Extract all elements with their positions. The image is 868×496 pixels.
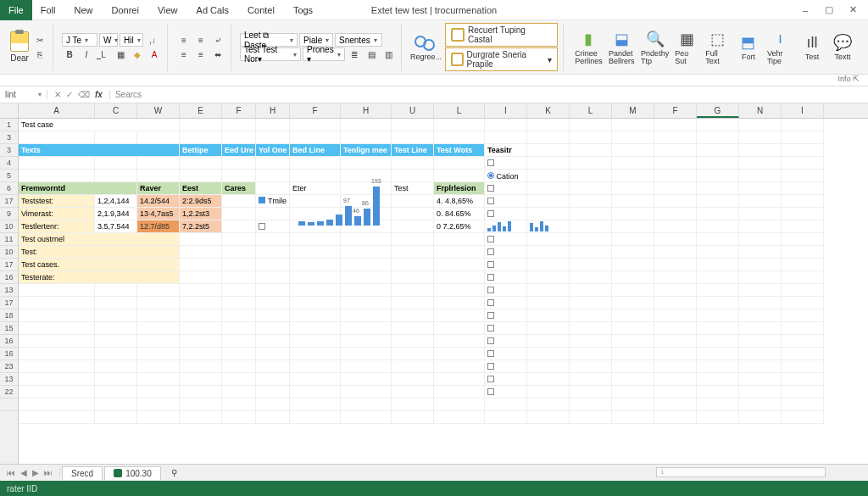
row-17[interactable]: 16 <box>0 335 18 348</box>
cut-icon[interactable]: ✂ <box>32 33 47 47</box>
row-3[interactable]: 4 <box>0 157 18 170</box>
row-4[interactable]: 5 <box>0 170 18 182</box>
paste-button[interactable]: Dear <box>10 31 29 63</box>
fmt1-icon[interactable]: ≣ <box>347 47 362 61</box>
font-style-combo[interactable]: W <box>99 33 118 47</box>
fmt3-icon[interactable]: ▥ <box>381 47 396 61</box>
copy-icon[interactable]: ⎘ <box>32 47 47 61</box>
nav-last-icon[interactable]: ⏭ <box>42 468 54 477</box>
select-all-corner[interactable] <box>0 103 19 119</box>
row-5[interactable]: 6 <box>0 182 18 195</box>
nav-next-icon[interactable]: ▶ <box>31 468 41 477</box>
testnor-combo[interactable]: Test Test Nor▾ <box>240 47 301 61</box>
sheet-tab-2[interactable]: 100.30 <box>104 466 161 480</box>
back-icon[interactable]: ⌫ <box>78 90 90 99</box>
tab-new[interactable]: New <box>65 2 101 19</box>
nav-first-icon[interactable]: ⏮ <box>5 468 17 477</box>
col-F[interactable]: F <box>654 103 697 118</box>
row-13[interactable]: 13 <box>0 284 18 297</box>
tab-foll[interactable]: Foll <box>32 2 64 19</box>
col-W[interactable]: W <box>137 103 180 118</box>
durgrate-button[interactable]: Durgrate Sneria Prapile ▾ <box>445 47 558 71</box>
tab-adcals[interactable]: Ad Cals <box>188 2 238 19</box>
col-E[interactable]: E <box>180 103 222 118</box>
align-top-icon[interactable]: ≡ <box>176 33 192 47</box>
nav-prev-icon[interactable]: ◀ <box>19 468 29 477</box>
underline-icon[interactable]: ̲L <box>96 47 111 61</box>
merge-icon[interactable]: ⬌ <box>210 47 225 61</box>
ribbon-tool-0[interactable]: ▮Crinee Perlines <box>572 28 605 67</box>
snentes-combo[interactable]: Snentes <box>335 33 382 47</box>
row-7[interactable]: 9 <box>0 208 18 220</box>
ribbon-tool-8[interactable]: 💬Textt <box>827 28 858 67</box>
fontcolor-icon[interactable]: A <box>147 47 162 61</box>
tab-view[interactable]: View <box>149 2 186 19</box>
prones-combo[interactable]: Prones ▾ <box>303 47 345 61</box>
maximize-button[interactable]: ▢ <box>819 3 839 18</box>
name-box[interactable]: lint▾ <box>0 90 47 99</box>
align-mid-icon[interactable]: ≡ <box>193 33 209 47</box>
info-link[interactable]: Info ⇱ <box>837 75 860 83</box>
col-I[interactable]: I <box>782 103 824 118</box>
fx-icon[interactable]: fx <box>95 90 103 99</box>
row-15[interactable]: 18 <box>0 309 18 322</box>
row-21[interactable]: 22 <box>0 386 18 398</box>
recuert-button[interactable]: Recuert Tuping Castal <box>445 23 558 47</box>
col-I[interactable]: I <box>485 103 527 118</box>
row-6[interactable]: 17 <box>0 195 18 208</box>
ribbon-tool-6[interactable]: ıVehr Tipe <box>764 28 797 67</box>
decrease-icon[interactable]: ,↓ <box>145 33 160 47</box>
bold-icon[interactable]: B <box>62 47 77 61</box>
wrap-icon[interactable]: ⤶ <box>210 33 225 47</box>
col-A[interactable]: A <box>19 103 95 118</box>
col-M[interactable]: M <box>612 103 654 118</box>
row-19[interactable]: 23 <box>0 360 18 373</box>
sheet-tab-add[interactable]: ⚲ <box>163 466 186 479</box>
fmt2-icon[interactable]: ▤ <box>364 47 379 61</box>
row-12[interactable]: 16 <box>0 271 18 284</box>
close-button[interactable]: ✕ <box>843 3 863 18</box>
regrow-button[interactable]: Regree... <box>410 34 442 61</box>
col-H[interactable]: H <box>256 103 290 118</box>
row-1[interactable]: 3 <box>0 131 18 144</box>
tab-donrei[interactable]: Donrei <box>103 2 147 19</box>
align-center-icon[interactable]: ≡ <box>193 47 209 61</box>
col-L[interactable]: L <box>570 103 612 118</box>
minimize-button[interactable]: – <box>795 3 815 18</box>
fill-icon[interactable]: ◆ <box>130 47 145 61</box>
col-H[interactable]: H <box>341 103 392 118</box>
ribbon-tool-5[interactable]: ⬒Fort <box>733 28 764 67</box>
col-C[interactable]: C <box>95 103 137 118</box>
row-18[interactable]: 16 <box>0 348 18 360</box>
check-icon[interactable]: ✓ <box>66 90 73 99</box>
file-tab[interactable]: File <box>0 0 32 20</box>
cells[interactable]: Test caseTextsBettipeEed UreYol OneBed L… <box>19 119 868 464</box>
ribbon-tool-4[interactable]: ⬚Full Text <box>702 28 733 67</box>
col-K[interactable]: K <box>527 103 570 118</box>
formula-input[interactable]: Searcs <box>110 90 868 99</box>
col-N[interactable]: N <box>739 103 782 118</box>
border-icon[interactable]: ▦ <box>113 47 128 61</box>
align-left-icon[interactable]: ≡ <box>176 47 192 61</box>
row-10[interactable]: 10 <box>0 246 18 259</box>
col-F[interactable]: F <box>290 103 341 118</box>
sheet-tab-1[interactable]: Srecd <box>62 466 103 480</box>
col-L[interactable]: L <box>434 103 485 118</box>
ribbon-tool-7[interactable]: ıllTest <box>797 28 827 67</box>
cancel-icon[interactable]: ✕ <box>54 90 61 99</box>
row-2[interactable]: 3 <box>0 144 18 157</box>
row-14[interactable]: 17 <box>0 297 18 309</box>
hi-combo[interactable]: Hil <box>120 33 143 47</box>
row-11[interactable]: 17 <box>0 259 18 271</box>
row-16[interactable]: 15 <box>0 322 18 335</box>
ribbon-tool-1[interactable]: ⬓Pandet Bellrers <box>605 28 638 67</box>
tab-togs[interactable]: Togs <box>285 2 321 19</box>
col-U[interactable]: U <box>392 103 434 118</box>
row-8[interactable]: 10 <box>0 220 18 233</box>
tab-contel[interactable]: Contel <box>239 2 283 19</box>
hscroll[interactable]: 1 <box>656 467 826 477</box>
row-0[interactable]: 1 <box>0 119 18 131</box>
row-22[interactable] <box>0 398 18 411</box>
col-G[interactable]: G <box>697 103 739 118</box>
col-F[interactable]: F <box>222 103 256 118</box>
